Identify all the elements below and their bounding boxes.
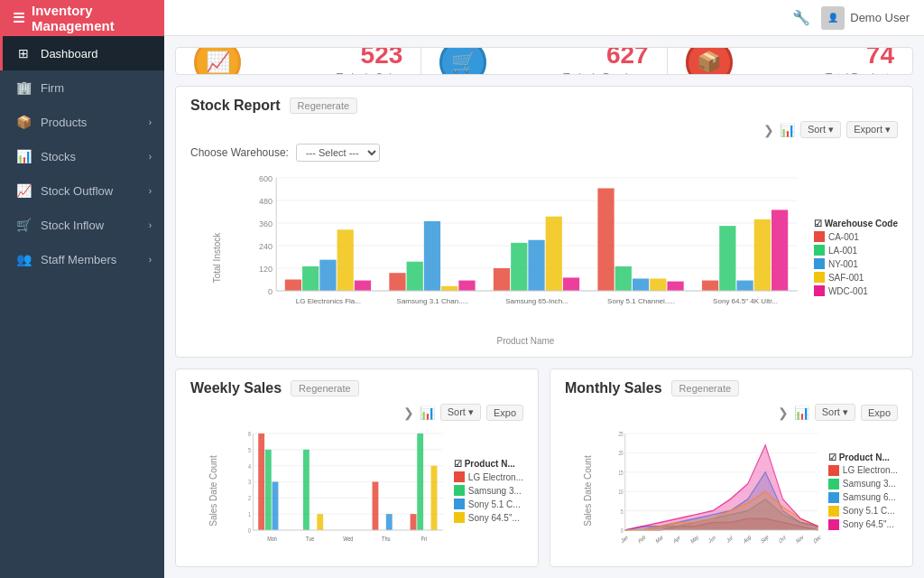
chart-bar-icon[interactable]: 📊 (780, 123, 795, 137)
svg-text:6: 6 (248, 430, 251, 437)
svg-text:0: 0 (268, 287, 273, 296)
sidebar-logo-icon: ☰ (13, 10, 24, 26)
svg-text:480: 480 (259, 197, 273, 206)
weekly-regenerate[interactable]: Regenerate (291, 380, 359, 396)
sidebar-item-dashboard[interactable]: ⊞ Dashboard (0, 36, 164, 70)
nav-icon-dashboard: ⊞ (15, 46, 32, 61)
sidebar-item-stock-outflow[interactable]: 📈 Stock Outflow › (0, 173, 164, 208)
weekly-legend-item: Sony 5.1 C... (454, 499, 523, 509)
svg-text:Samsung 3.1 Chan.....: Samsung 3.1 Chan..... (397, 297, 469, 305)
stock-y-axis-label: Total Instock (213, 232, 223, 283)
stock-sort-btn[interactable]: Sort ▾ (800, 121, 841, 138)
weekly-legend-item: LG Electron... (454, 471, 523, 482)
svg-rect-67 (386, 514, 393, 530)
sidebar-item-staff-members[interactable]: 👥 Staff Members › (0, 242, 164, 276)
nav-arrow-stocks: › (149, 152, 152, 162)
svg-text:Jan: Jan (620, 534, 628, 545)
nav-menu: ⊞ Dashboard 🏢 Firm 📦 Products › 📊 Stocks… (0, 36, 164, 276)
stock-legend-item: CA-001 (814, 231, 898, 242)
svg-text:0: 0 (621, 527, 624, 534)
weekly-legend-item: ☑ Product N... (454, 459, 523, 469)
svg-text:2: 2 (248, 495, 251, 502)
svg-text:Mon: Mon (267, 535, 277, 542)
nav-icon-stocks: 📊 (15, 149, 32, 163)
stock-x-axis-label: Product Name (245, 336, 807, 346)
stat-number-todays-sales: 523 (255, 47, 402, 70)
chart-nav-prev-icon[interactable]: ❯ (763, 123, 774, 137)
svg-text:20: 20 (619, 451, 624, 457)
monthly-legend-item: Sony 5.1 C... (828, 506, 898, 517)
monthly-regenerate[interactable]: Regenerate (671, 380, 740, 396)
stat-icon-todays-sales: 📈 (194, 47, 241, 75)
svg-rect-30 (597, 188, 614, 291)
monthly-legend-item: Sony 64.5"... (828, 519, 898, 530)
stock-legend: ☑ Warehouse CodeCA-001LA-001NY-001SAF-00… (814, 169, 898, 346)
svg-text:Nov: Nov (796, 534, 805, 545)
nav-label-dashboard: Dashboard (41, 47, 98, 61)
monthly-bar-icon[interactable]: 📊 (794, 406, 809, 420)
nav-label-stock-inflow: Stock Inflow (41, 219, 104, 232)
settings-icon[interactable]: 🔧 (792, 9, 810, 26)
svg-rect-27 (546, 217, 562, 291)
stat-label-todays-purchase: Today's Purchase (501, 71, 648, 75)
svg-rect-40 (772, 210, 788, 291)
svg-rect-33 (650, 278, 666, 291)
sidebar-item-stocks[interactable]: 📊 Stocks › (0, 139, 164, 173)
weekly-bar-icon[interactable]: 📊 (420, 406, 435, 420)
monthly-sort-btn[interactable]: Sort ▾ (815, 404, 855, 421)
sidebar-item-products[interactable]: 📦 Products › (0, 105, 164, 139)
avatar: 👤 (821, 6, 845, 30)
monthly-legend-item: Samsung 6... (828, 492, 898, 503)
svg-rect-18 (389, 273, 405, 291)
svg-rect-38 (736, 281, 753, 291)
svg-rect-21 (441, 286, 457, 291)
svg-text:Samsung 65-Inch...: Samsung 65-Inch... (505, 297, 568, 305)
svg-rect-66 (373, 482, 379, 531)
svg-rect-71 (431, 466, 438, 530)
weekly-sort-btn[interactable]: Sort ▾ (440, 404, 481, 421)
sidebar: ☰ Inventory Management ⊞ Dashboard 🏢 Fir… (0, 0, 164, 578)
stock-report-regenerate[interactable]: Regenerate (290, 98, 358, 114)
nav-icon-stock-outflow: 📈 (15, 183, 32, 198)
sidebar-item-firm[interactable]: 🏢 Firm (0, 70, 164, 105)
nav-arrow-stock-outflow: › (149, 186, 152, 196)
username: Demo User (850, 11, 910, 24)
svg-rect-62 (303, 450, 310, 530)
svg-text:Sep: Sep (761, 533, 770, 545)
nav-icon-staff-members: 👥 (15, 252, 32, 266)
svg-text:Jun: Jun (708, 534, 716, 545)
svg-rect-58 (258, 434, 264, 530)
svg-marker-91 (625, 445, 818, 530)
weekly-export-btn[interactable]: Expo (486, 405, 523, 421)
monthly-nav-icon[interactable]: ❯ (778, 406, 789, 420)
weekly-nav-icon[interactable]: ❯ (403, 406, 414, 420)
svg-rect-24 (494, 268, 510, 291)
svg-text:Thu: Thu (382, 535, 391, 542)
svg-rect-25 (511, 243, 527, 291)
svg-text:3: 3 (248, 479, 251, 486)
svg-rect-37 (719, 226, 735, 291)
nav-arrow-staff-members: › (149, 255, 152, 265)
nav-label-products: Products (41, 116, 87, 129)
bottom-row: Weekly Sales Regenerate ❯ 📊 Sort ▾ Expo … (175, 368, 913, 567)
nav-arrow-stock-inflow: › (149, 220, 152, 230)
svg-text:Sony 5.1 Channel.....: Sony 5.1 Channel..... (607, 297, 675, 305)
monthly-chart-area: Sales Date Count 0510152025JanFebMarAprM… (565, 426, 898, 555)
svg-rect-14 (319, 260, 336, 291)
warehouse-select[interactable]: --- Select --- CA-001 LA-001 NY-001 SAF-… (296, 144, 380, 162)
stock-report-title: Stock Report (190, 98, 281, 114)
stat-number-todays-purchase: 627 (501, 47, 648, 70)
svg-rect-59 (265, 450, 272, 530)
sidebar-item-stock-inflow[interactable]: 🛒 Stock Inflow › (0, 208, 164, 242)
svg-text:240: 240 (259, 242, 273, 251)
nav-icon-products: 📦 (15, 115, 32, 129)
monthly-y-label: Sales Date Count (583, 455, 593, 526)
svg-text:Dec: Dec (813, 534, 821, 545)
nav-arrow-products: › (149, 117, 152, 127)
svg-rect-22 (458, 281, 475, 291)
stock-export-btn[interactable]: Export ▾ (846, 121, 898, 138)
weekly-chart-area: Sales Date Count 0123456MonTueWedThuFri … (190, 426, 523, 555)
stat-label-todays-sales: Today's Sales (255, 71, 402, 75)
nav-label-stock-outflow: Stock Outflow (41, 184, 113, 198)
monthly-export-btn[interactable]: Expo (861, 405, 898, 421)
